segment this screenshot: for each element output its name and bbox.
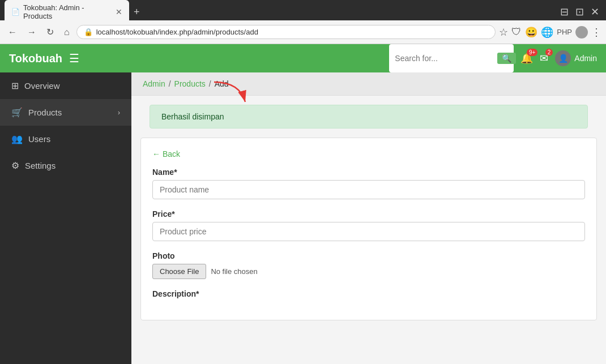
shield-icon[interactable]: 🛡 (511, 26, 522, 38)
browser-chrome: 📄 Tokobuah: Admin - Products ✕ + ⊟ ⊡ ✕ ←… (0, 0, 606, 44)
emoji-icon[interactable]: 😀 (525, 26, 537, 38)
settings-icon: ⚙ (11, 160, 19, 171)
url-input[interactable] (96, 28, 489, 36)
menu-dots-icon[interactable]: ⋮ (591, 26, 601, 38)
photo-field-group: Photo Choose File No file chosen (152, 251, 585, 279)
breadcrumb-admin[interactable]: Admin (143, 79, 165, 88)
active-tab[interactable]: 📄 Tokobuah: Admin - Products ✕ (5, 0, 129, 24)
back-nav-btn[interactable]: ← (5, 26, 20, 38)
search-input[interactable] (395, 54, 494, 63)
success-alert: Berhasil disimpan (150, 105, 588, 129)
breadcrumb: Admin / Products / Add (131, 72, 606, 96)
maximize-btn[interactable]: ⊡ (573, 6, 586, 18)
user-label: Admin (574, 54, 597, 63)
brand-name: Tokobuah (9, 52, 62, 65)
address-bar[interactable]: 🔒 (76, 25, 496, 39)
description-label: Description* (152, 289, 585, 298)
no-file-label: No file chosen (211, 267, 257, 276)
messages-btn[interactable]: ✉ 2 (540, 52, 548, 65)
messages-badge: 2 (545, 49, 553, 56)
ext-puzzle-icon[interactable]: PHP (557, 28, 572, 36)
minimize-btn[interactable]: ⊟ (558, 6, 571, 18)
browser-tabs: 📄 Tokobuah: Admin - Products ✕ + ⊟ ⊡ ✕ (0, 0, 606, 20)
notifications-badge: 9+ (527, 49, 537, 56)
tab-title: Tokobuah: Admin - Products (23, 3, 112, 20)
home-nav-btn[interactable]: ⌂ (61, 26, 73, 38)
search-button[interactable]: 🔍 (497, 53, 516, 64)
price-label: Price* (152, 209, 585, 219)
sidebar-item-overview[interactable]: ⊞ Overview (0, 72, 131, 99)
bookmark-icon[interactable]: ☆ (499, 26, 508, 38)
breadcrumb-sep-1: / (169, 79, 171, 88)
sidebar-label-overview: Overview (24, 81, 120, 91)
browser-ext-icon[interactable]: 🌐 (541, 26, 553, 38)
main-content: Admin / Products / Add Ber (131, 72, 606, 364)
name-input[interactable] (152, 180, 585, 199)
sidebar-item-settings[interactable]: ⚙ Settings (0, 152, 131, 179)
user-avatar: 👤 (555, 50, 571, 66)
red-arrow-indicator (208, 79, 254, 108)
sidebar-label-settings: Settings (25, 161, 120, 170)
browser-navbar: ← → ↻ ⌂ 🔒 ☆ 🛡 😀 🌐 PHP ⋮ (0, 20, 606, 44)
reload-nav-btn[interactable]: ↻ (43, 25, 57, 38)
price-field-group: Price* (152, 209, 585, 241)
search-box: 🔍 (389, 44, 514, 72)
profile-icon[interactable] (575, 26, 588, 38)
tab-page-icon: 📄 (11, 8, 20, 16)
sidebar: ⊞ Overview 🛒 Products › 👥 Users ⚙ Settin… (0, 72, 131, 364)
name-field-group: Name* (152, 168, 585, 199)
app-wrapper: Tokobuah ☰ 🔍 🔔 9+ ✉ 2 👤 Admin (0, 44, 606, 364)
sidebar-label-products: Products (28, 108, 112, 117)
close-btn[interactable]: ✕ (588, 6, 601, 18)
browser-actions: ☆ 🛡 😀 🌐 PHP ⋮ (499, 26, 601, 38)
name-label: Name* (152, 168, 585, 177)
hamburger-menu[interactable]: ☰ (69, 52, 79, 65)
lock-icon: 🔒 (84, 28, 93, 36)
choose-file-button[interactable]: Choose File (152, 264, 206, 279)
overview-icon: ⊞ (11, 80, 19, 91)
sidebar-item-products[interactable]: 🛒 Products › (0, 99, 131, 126)
photo-label: Photo (152, 251, 585, 260)
success-message: Berhasil disimpan (161, 112, 224, 121)
new-tab-button[interactable]: + (129, 6, 144, 18)
top-navbar: Tokobuah ☰ 🔍 🔔 9+ ✉ 2 👤 Admin (0, 44, 606, 72)
tab-window-controls: ⊟ ⊡ ✕ (558, 6, 601, 18)
sidebar-label-users: Users (28, 134, 120, 144)
users-icon: 👥 (11, 134, 23, 144)
notifications-btn[interactable]: 🔔 9+ (520, 52, 533, 65)
user-menu-btn[interactable]: 👤 Admin (555, 50, 597, 66)
forward-nav-btn[interactable]: → (24, 26, 40, 38)
breadcrumb-products[interactable]: Products (174, 79, 206, 88)
products-chevron-icon: › (118, 109, 120, 117)
products-icon: 🛒 (11, 107, 23, 118)
file-input-wrapper: Choose File No file chosen (152, 264, 585, 279)
back-link[interactable]: ← Back (152, 149, 180, 159)
content-wrapper: ⊞ Overview 🛒 Products › 👥 Users ⚙ Settin… (0, 72, 606, 364)
tab-close-btn[interactable]: ✕ (116, 7, 122, 16)
sidebar-item-users[interactable]: 👥 Users (0, 126, 131, 152)
price-input[interactable] (152, 222, 585, 241)
form-card: ← Back Name* Price* Photo Choose File No… (140, 138, 597, 320)
description-field-group: Description* (152, 289, 585, 298)
